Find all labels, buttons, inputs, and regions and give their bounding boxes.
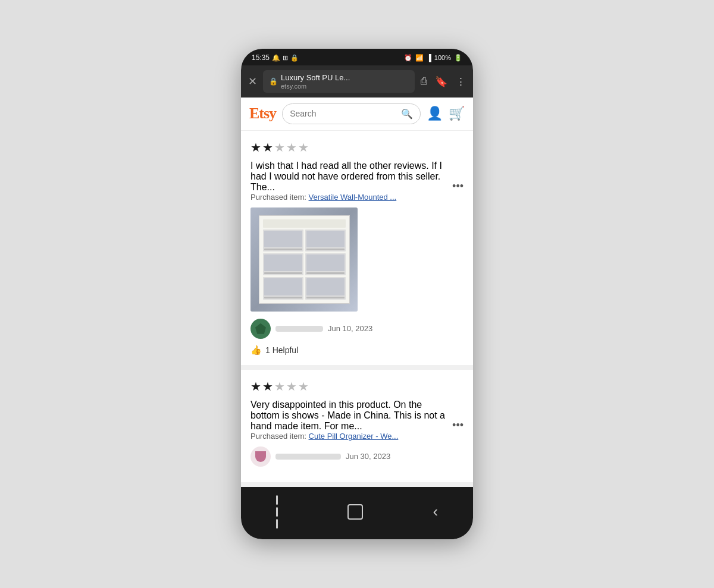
cell-line-5 [264, 297, 302, 298]
purchased-link-1[interactable]: Versatile Wall-Mounted ... [309, 193, 397, 202]
notification-icon: 🔔 [272, 54, 280, 62]
purchased-item-1: Purchased item: Versatile Wall-Mounted .… [250, 193, 464, 202]
review-text-row-1: I wish that I had read all the other rev… [250, 161, 464, 193]
sheet-header [263, 219, 346, 228]
more-options-review-2[interactable]: ••• [449, 419, 464, 432]
reviewer-name-2 [275, 454, 341, 460]
review-text-2: Very disappointed in this product. On th… [250, 400, 445, 431]
reviewer-name-1 [275, 326, 323, 332]
cell-line-2 [306, 249, 345, 250]
helpful-row-1: 👍 1 Helpful [250, 345, 464, 356]
sheet-cell-5 [263, 277, 303, 299]
cell-img-5 [264, 278, 302, 295]
sheet-cell-4 [305, 253, 346, 275]
browser-bar: ✕ 🔒 Luxury Soft PU Le... etsy.com ⎙ 🔖 ⋮ [241, 65, 473, 98]
wifi-icon: 📶 [415, 54, 424, 62]
browser-actions: ⎙ 🔖 ⋮ [421, 76, 466, 88]
status-time: 15:35 [252, 54, 270, 62]
cell-line-4 [306, 272, 345, 274]
cell-img-2 [306, 231, 345, 247]
more-options-icon[interactable]: ⋮ [456, 76, 466, 88]
sheet-cell-1 [263, 229, 303, 251]
purchased-link-2[interactable]: Cute Pill Organizer - We... [309, 432, 399, 441]
status-bar: 15:35 🔔 ⊞ 🔒 ⏰ 📶 ▐ 100% 🔋 [241, 49, 473, 65]
review-card-1: ★ ★ ★ ★ ★ I wish that I had read all the… [241, 131, 473, 370]
nav-home-button[interactable] [347, 504, 363, 520]
battery-text: 100% [434, 54, 451, 61]
star2-5: ★ [298, 379, 309, 394]
lock-url-icon: 🔒 [269, 77, 278, 86]
cell-img-6 [306, 278, 345, 295]
cell-line-1 [264, 249, 302, 250]
lock-icon: 🔒 [290, 54, 299, 62]
review-text-row-2: Very disappointed in this product. On th… [250, 400, 464, 432]
star2-4: ★ [286, 379, 297, 394]
more-options-review-1[interactable]: ••• [449, 180, 464, 193]
instruction-sheet [259, 215, 350, 304]
star-2: ★ [262, 140, 273, 155]
status-right: ⏰ 📶 ▐ 100% 🔋 [404, 54, 462, 62]
review-text-1: I wish that I had read all the other rev… [250, 161, 442, 192]
purchased-label-1: Purchased item: [250, 193, 306, 202]
purchased-item-2: Purchased item: Cute Pill Organizer - We… [250, 432, 464, 441]
cell-line-3 [264, 272, 302, 274]
cell-line-6 [306, 297, 345, 298]
grid-icon: ⊞ [283, 54, 288, 62]
thumbs-up-icon[interactable]: 👍 [250, 345, 262, 356]
cart-icon[interactable]: 🛒 [449, 106, 465, 121]
review-image-placeholder-1 [250, 207, 358, 312]
battery-icon: 🔋 [454, 54, 462, 62]
star2-3: ★ [274, 379, 285, 394]
cell-img-1 [264, 231, 302, 247]
phone-frame: 15:35 🔔 ⊞ 🔒 ⏰ 📶 ▐ 100% 🔋 ✕ 🔒 Luxury Soft… [241, 49, 473, 539]
share-icon[interactable]: ⎙ [421, 76, 427, 87]
star2-1: ★ [250, 379, 261, 394]
review-date-2: Jun 30, 2023 [346, 452, 390, 461]
browser-close-button[interactable]: ✕ [248, 76, 257, 87]
reviewer-avatar-1 [250, 319, 271, 339]
cell-img-3 [264, 254, 302, 271]
reviewer-row-2: Jun 30, 2023 [250, 446, 464, 467]
search-icon[interactable]: 🔍 [401, 108, 413, 120]
review-body-2: Very disappointed in this product. On th… [250, 400, 449, 432]
nav-back-button[interactable]: ‹ [433, 502, 439, 521]
browser-url-bar[interactable]: 🔒 Luxury Soft PU Le... etsy.com [263, 70, 415, 93]
star2-2: ★ [262, 379, 273, 394]
etsy-logo[interactable]: Etsy [249, 105, 276, 122]
account-icon[interactable]: 👤 [427, 106, 443, 121]
nav-menu-icon [276, 495, 278, 529]
star-5: ★ [298, 140, 309, 155]
review-card-2: ★ ★ ★ ★ ★ Very disappointed in this prod… [241, 370, 473, 487]
search-input[interactable] [290, 109, 397, 118]
browser-domain: etsy.com [281, 83, 409, 90]
helpful-label-1[interactable]: 1 Helpful [265, 345, 298, 355]
rating-stars-1: ★ ★ ★ ★ ★ [250, 140, 464, 155]
content-area: ★ ★ ★ ★ ★ I wish that I had read all the… [241, 131, 473, 487]
bottom-nav: ‹ [241, 487, 473, 539]
star-4: ★ [286, 140, 297, 155]
browser-url-text: Luxury Soft PU Le... etsy.com [281, 73, 409, 90]
review-date-1: Jun 10, 2023 [328, 324, 372, 333]
sheet-cell-3 [263, 253, 303, 275]
browser-page-title: Luxury Soft PU Le... [281, 73, 409, 83]
bookmark-icon[interactable]: 🔖 [435, 76, 447, 88]
rating-stars-2: ★ ★ ★ ★ ★ [250, 379, 464, 394]
review-image-1[interactable] [250, 207, 358, 312]
purchased-label-2: Purchased item: [250, 432, 306, 441]
status-left: 15:35 🔔 ⊞ 🔒 [252, 54, 299, 62]
sheet-cell-6 [305, 277, 346, 299]
reviewer-row-1: Jun 10, 2023 [250, 319, 464, 339]
reviewer-avatar-2 [250, 446, 271, 467]
alarm-icon: ⏰ [404, 54, 412, 62]
signal-icon: ▐ [427, 54, 431, 61]
etsy-header: Etsy 🔍 👤 🛒 [241, 98, 473, 131]
sheet-cell-2 [305, 229, 346, 251]
search-bar[interactable]: 🔍 [282, 103, 421, 124]
star-1: ★ [250, 140, 261, 155]
review-body-1: I wish that I had read all the other rev… [250, 161, 449, 193]
nav-menu-button[interactable] [276, 495, 278, 529]
cell-img-4 [306, 254, 345, 271]
star-3: ★ [274, 140, 285, 155]
